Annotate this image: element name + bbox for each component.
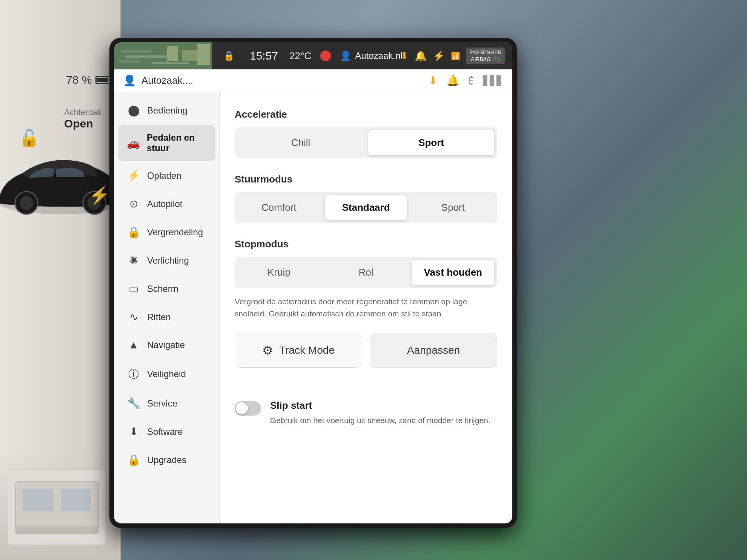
svg-rect-8 [61, 489, 91, 511]
acceleratie-chill-btn[interactable]: Chill [238, 130, 364, 155]
software-icon: ⬇ [127, 425, 140, 438]
upgrades-icon: 🔒 [127, 454, 140, 466]
stopmodus-title: Stopmodus [235, 238, 497, 250]
sidebar-item-opladen[interactable]: ⚡ Opladen [118, 162, 215, 189]
action-row: ⚙ Track Mode Aanpassen [235, 333, 497, 368]
sidebar-item-vergrendeling[interactable]: 🔒 Vergrendeling [118, 218, 215, 246]
settings-panel: Acceleratie Chill Sport Stuurmodus Comfo… [220, 92, 512, 523]
lock-sidebar-icon: 🔒 [127, 226, 140, 238]
wrench-icon: 🔧 [127, 397, 140, 410]
nav-label: Autozaak.nl [355, 51, 402, 61]
sidebar-label-navigatie: Navigatie [147, 340, 185, 350]
sidebar-item-software[interactable]: ⬇ Software [118, 418, 215, 445]
steering-icon: ⊙ [127, 198, 140, 210]
car-bottom-image [8, 469, 106, 545]
signal-icon: 📶 [451, 51, 460, 60]
sidebar-item-scherm[interactable]: ▭ Scherm [118, 275, 215, 302]
sidebar-label-scherm: Scherm [147, 284, 178, 294]
user-action-icons: ⬇ 🔔 ₿ ▋▋▋ [429, 74, 503, 87]
sidebar-item-upgrades[interactable]: 🔒 Upgrades [118, 446, 215, 474]
status-temp: 22°C [289, 50, 311, 62]
bluetooth-user-icon: ₿ [469, 74, 474, 87]
user-profile-icon: 👤 [123, 74, 136, 87]
sidebar-item-navigatie[interactable]: ▲ Navigatie [118, 331, 215, 359]
aanpassen-label: Aanpassen [407, 344, 460, 356]
user-name: Autozaak.... [141, 75, 429, 86]
slip-start-description: Gebruik om het voertuig uit sneeuw, zand… [270, 414, 490, 427]
status-bar: 🔒 15:57 22°C 👤 Autozaak.nl ⬇ 🔔 ⚡ 📶 PASSE… [114, 42, 512, 69]
trunk-value: Open [64, 117, 101, 130]
trunk-status: Achterbak Open [64, 107, 101, 130]
download-user-icon: ⬇ [429, 74, 437, 87]
status-right-icons: ⬇ 🔔 ⚡ 📶 PASSENGERAIRBAG ON [400, 48, 505, 64]
person-icon: 👤 [340, 51, 351, 61]
svg-rect-14 [152, 62, 189, 64]
status-nav: 👤 Autozaak.nl [340, 51, 402, 61]
passenger-airbag-badge: PASSENGERAIRBAG ON [466, 48, 505, 64]
battery-fill [97, 78, 108, 82]
car-icon: 🚗 [127, 137, 140, 149]
signal-user-icon: ▋▋▋ [483, 75, 503, 86]
svg-point-2 [20, 196, 33, 210]
stuurmodus-standaard-btn[interactable]: Standaard [325, 195, 407, 220]
sidebar: ⬤ Bediening 🚗 Pedalen en stuur ⚡ Opladen… [114, 92, 220, 523]
sidebar-label-service: Service [147, 398, 177, 409]
sidebar-item-pedalen[interactable]: 🚗 Pedalen en stuur [118, 125, 215, 161]
trunk-label: Achterbak [64, 107, 101, 117]
stopmodus-description: Vergroot de actieradius door meer regene… [235, 296, 497, 319]
stopmodus-vast-houden-btn[interactable]: Vast houden [412, 260, 494, 285]
light-icon: ✺ [127, 254, 140, 267]
car-interior-left: 78 % Achterbak Open 🔓 ⚡ [0, 0, 121, 560]
svg-rect-11 [121, 50, 152, 53]
track-mode-label: Track Mode [279, 344, 335, 356]
toggle-knob [236, 402, 248, 414]
sidebar-item-verlichting[interactable]: ✺ Verlichting [118, 247, 215, 274]
track-mode-icon: ⚙ [262, 343, 273, 357]
stuurmodus-btn-group: Comfort Standaard Sport [235, 192, 497, 223]
stuurmodus-sport-btn[interactable]: Sport [412, 195, 494, 220]
sidebar-label-veiligheid: Veiligheid [147, 369, 186, 379]
download-icon: ⬇ [400, 50, 409, 62]
slip-start-toggle[interactable] [235, 401, 261, 416]
tesla-screen-frame: 🔒 15:57 22°C 👤 Autozaak.nl ⬇ 🔔 ⚡ 📶 PASSE… [109, 38, 517, 528]
sidebar-label-bediening: Bediening [147, 105, 188, 116]
sidebar-item-service[interactable]: 🔧 Service [118, 390, 215, 417]
sidebar-label-vergrendeling: Vergrendeling [147, 227, 203, 238]
acceleratie-sport-btn[interactable]: Sport [368, 130, 494, 155]
sidebar-label-ritten: Ritten [147, 312, 171, 322]
main-content: ⬤ Bediening 🚗 Pedalen en stuur ⚡ Opladen… [114, 92, 512, 523]
charge-bolt-icon: ⚡ [89, 185, 110, 205]
svg-rect-12 [125, 55, 171, 58]
svg-rect-7 [23, 489, 53, 511]
sidebar-item-ritten[interactable]: ∿ Ritten [118, 303, 215, 331]
stopmodus-btn-group: Kruip Rol Vast houden [235, 257, 497, 288]
stopmodus-rol-btn[interactable]: Rol [325, 260, 407, 285]
acceleratie-btn-group: Chill Sport [235, 127, 497, 158]
svg-rect-15 [167, 46, 178, 61]
sidebar-item-bediening[interactable]: ⬤ Bediening [118, 97, 215, 124]
stopmodus-kruip-btn[interactable]: Kruip [238, 260, 320, 285]
status-time: 15:57 [250, 49, 278, 62]
slip-start-section: Slip start Gebruik om het voertuig uit s… [235, 386, 497, 427]
svg-rect-9 [15, 526, 98, 534]
track-mode-btn[interactable]: ⚙ Track Mode [235, 333, 362, 368]
screen-icon: ▭ [127, 282, 140, 295]
slip-start-title: Slip start [270, 400, 490, 411]
map-thumbnail [114, 42, 212, 69]
safety-icon: ⓘ [127, 367, 140, 381]
battery-percent: 78 % [66, 74, 92, 86]
sidebar-item-autopilot[interactable]: ⊙ Autopilot [118, 190, 215, 218]
slip-start-text: Slip start Gebruik om het voertuig uit s… [270, 400, 490, 427]
stuurmodus-title: Stuurmodus [235, 173, 497, 185]
battery-display: 78 % [66, 74, 114, 86]
bolt-icon: ⚡ [127, 169, 140, 182]
bell-user-icon: 🔔 [446, 74, 460, 87]
sidebar-label-pedalen: Pedalen en stuur [147, 132, 206, 153]
sidebar-item-veiligheid[interactable]: ⓘ Veiligheid [118, 359, 215, 389]
stuurmodus-comfort-btn[interactable]: Comfort [238, 195, 320, 220]
aanpassen-btn[interactable]: Aanpassen [370, 333, 497, 368]
nav-icon: ▲ [127, 339, 140, 351]
sidebar-label-upgrades: Upgrades [147, 455, 186, 465]
svg-rect-17 [197, 44, 210, 65]
bluetooth-icon: ⚡ [433, 50, 445, 62]
